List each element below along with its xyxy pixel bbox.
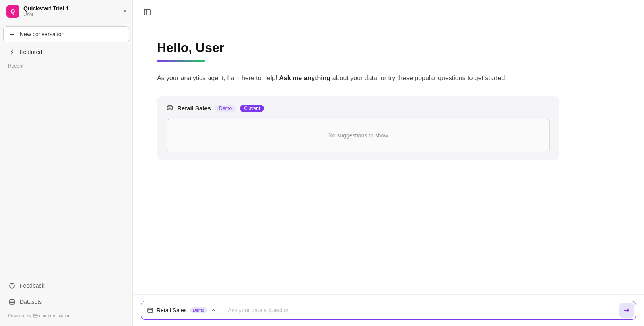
datasets-label: Datasets <box>20 299 42 305</box>
input-dataset-name: Retail Sales <box>157 307 187 314</box>
main-topbar <box>133 0 644 24</box>
sidebar: Q Quickstart Trial 1 User ▾ New conversa… <box>0 0 133 326</box>
dataset-name: Retail Sales <box>177 105 211 112</box>
no-suggestions-text: No suggestions to show <box>328 132 388 139</box>
send-icon <box>623 307 630 314</box>
input-dataset-selector[interactable]: Retail Sales Demo <box>141 303 222 318</box>
app-role: User <box>23 12 120 17</box>
badge-demo: Demo <box>215 105 236 112</box>
svg-rect-10 <box>144 9 150 15</box>
chevron-up-icon <box>211 307 216 313</box>
powered-by: Powered by numbers station <box>3 310 129 323</box>
greeting-text: Hello, User <box>157 40 620 55</box>
layers-icon <box>167 104 173 112</box>
svg-point-5 <box>10 300 14 301</box>
chevron-down-icon[interactable]: ▾ <box>124 8 126 14</box>
app-name: Quickstart Trial 1 <box>23 5 120 12</box>
featured-label: Featured <box>20 49 42 55</box>
feedback-label: Feedback <box>20 282 44 289</box>
svg-point-12 <box>167 105 172 107</box>
recent-label: Recent <box>3 60 129 71</box>
main-panel: Hello, User As your analytics agent, I a… <box>133 0 644 326</box>
svg-rect-8 <box>33 314 37 317</box>
featured-button[interactable]: Featured <box>3 44 129 60</box>
intro-text: As your analytics agent, I am here to he… <box>157 73 519 83</box>
brand-logo: numbers station <box>33 313 70 318</box>
new-conversation-button[interactable]: New conversation <box>3 26 129 42</box>
input-bar: Retail Sales Demo <box>133 294 644 326</box>
input-layers-icon <box>147 307 153 314</box>
avatar: Q <box>6 5 19 18</box>
feedback-button[interactable]: Feedback <box>3 278 129 294</box>
datasets-button[interactable]: Datasets <box>3 294 129 310</box>
toggle-sidebar-button[interactable] <box>141 6 154 19</box>
main-content: Hello, User As your analytics agent, I a… <box>133 24 644 294</box>
sidebar-nav: New conversation Featured Recent <box>0 23 132 274</box>
header-text: Quickstart Trial 1 User <box>23 5 120 17</box>
dataset-card: Retail Sales Demo Current No suggestions… <box>157 96 559 160</box>
bolt-icon <box>8 48 16 56</box>
suggestions-box: No suggestions to show <box>167 119 550 152</box>
svg-point-15 <box>148 308 153 310</box>
sidebar-header[interactable]: Q Quickstart Trial 1 User ▾ <box>0 0 132 23</box>
send-button[interactable] <box>619 303 634 318</box>
input-badge-demo: Demo <box>190 307 207 313</box>
new-conversation-label: New conversation <box>20 31 64 37</box>
question-input[interactable] <box>222 303 618 318</box>
badge-current: Current <box>240 105 264 112</box>
feedback-icon <box>8 282 16 289</box>
input-container: Retail Sales Demo <box>141 301 636 320</box>
plus-icon <box>8 31 16 38</box>
layers-icon <box>8 298 16 305</box>
gradient-divider <box>157 60 205 62</box>
dataset-header: Retail Sales Demo Current <box>167 104 550 112</box>
sidebar-bottom: Feedback Datasets Powered by <box>0 274 132 326</box>
